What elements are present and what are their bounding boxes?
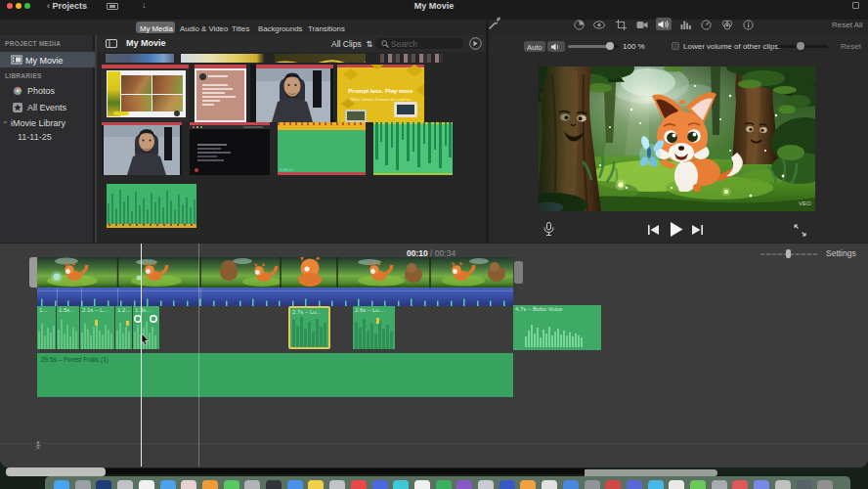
svg-text:VEO: VEO [799, 200, 811, 206]
